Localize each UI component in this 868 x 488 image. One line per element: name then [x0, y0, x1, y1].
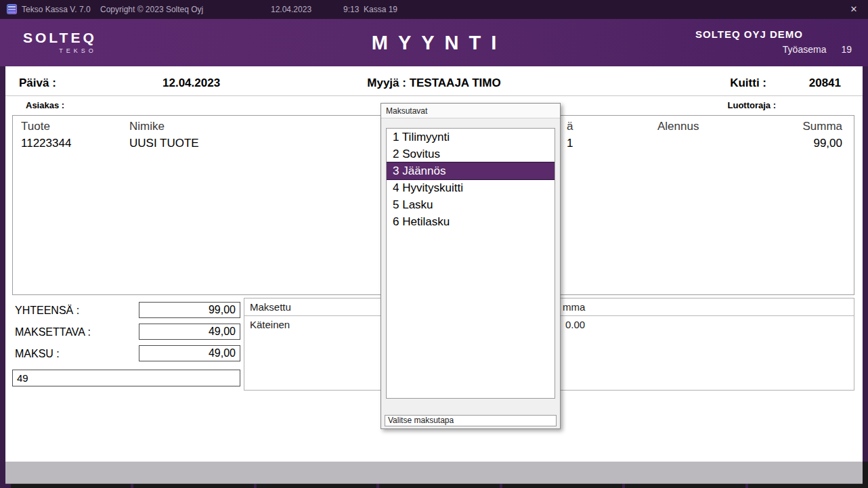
titlebar-date: 12.04.2023 — [271, 5, 311, 14]
col-header-discount: Alennus — [657, 120, 699, 133]
dialog-prompt: Valitse maksutapa — [385, 415, 557, 426]
app-window: Tekso Kassa V. 7.0 Copyright © 2023 Solt… — [0, 0, 868, 488]
header-band: SOLTEQ TEKSO MYYNTI SOLTEQ OYJ DEMO Työa… — [0, 19, 868, 66]
list-item-lasku[interactable]: 5 Lasku — [387, 196, 555, 213]
payment-method-list: 1 Tilimyynti 2 Sovitus 3 Jäännös 4 Hyvit… — [386, 128, 555, 399]
payment-methods-dialog: Maksutavat 1 Tilimyynti 2 Sovitus 3 Jään… — [381, 103, 561, 429]
col-header-sum: Summa — [802, 120, 842, 133]
payments-col-sum-fragment: mma — [563, 301, 585, 313]
titlebar: Tekso Kassa V. 7.0 Copyright © 2023 Solt… — [0, 0, 868, 19]
list-item-hetilasku[interactable]: 6 Hetilasku — [387, 213, 555, 230]
workstation-number: 19 — [841, 44, 852, 55]
header-right-info: SOLTEQ OYJ DEMO Työasema 19 — [695, 28, 852, 55]
window-title: Tekso Kassa V. 7.0 — [22, 5, 91, 14]
amount-entry-input[interactable]: 49 — [12, 370, 240, 386]
payable-label: MAKSETTAVA : — [15, 326, 91, 338]
titlebar-time: 9:13 — [343, 5, 359, 14]
col-header-qty-fragment: ä — [567, 120, 573, 133]
payable-field: 49,00 — [139, 324, 240, 340]
footer-strip — [5, 462, 863, 484]
close-icon[interactable]: ✕ — [846, 3, 861, 16]
cell-quantity: 1 — [567, 137, 573, 150]
payment-row-method: Käteinen — [250, 319, 290, 330]
register-label: Kassa 19 — [364, 5, 397, 14]
cell-product-name: UUSI TUOTE — [129, 137, 199, 150]
customer-label: Asiakas : — [26, 100, 64, 110]
list-item-tilimyynti[interactable]: 1 Tilimyynti — [387, 129, 555, 146]
list-item-jaannos[interactable]: 3 Jäännös — [387, 162, 555, 179]
copyright-text: Copyright © 2023 Solteq Oyj — [100, 5, 203, 14]
cell-product-code: 11223344 — [21, 137, 71, 150]
credit-limit-label: Luottoraja : — [728, 100, 777, 110]
list-item-sovitus[interactable]: 2 Sovitus — [387, 146, 555, 162]
list-item-hyvityskuitti[interactable]: 4 Hyvityskuitti — [387, 179, 555, 196]
col-header-name: Nimike — [129, 120, 165, 133]
col-header-product: Tuote — [21, 120, 50, 133]
payment-label: MAKSU : — [15, 348, 60, 360]
payment-row-sum-fragment: 0.00 — [565, 319, 585, 330]
receipt-number: 20841 — [809, 76, 841, 90]
cell-sum: 99,00 — [813, 137, 842, 150]
workstation-label: Työasema — [783, 44, 827, 55]
receipt-label: Kuitti : — [730, 76, 766, 90]
app-icon — [7, 4, 17, 14]
total-field: 99,00 — [139, 302, 240, 318]
dialog-titlebar[interactable]: Maksutavat — [381, 104, 560, 118]
payment-field: 49,00 — [139, 345, 240, 361]
divider — [5, 95, 863, 96]
total-label: YHTEENSÄ : — [15, 305, 79, 317]
company-name: SOLTEQ OYJ DEMO — [695, 28, 852, 40]
payments-col-method: Maksettu — [250, 301, 291, 313]
